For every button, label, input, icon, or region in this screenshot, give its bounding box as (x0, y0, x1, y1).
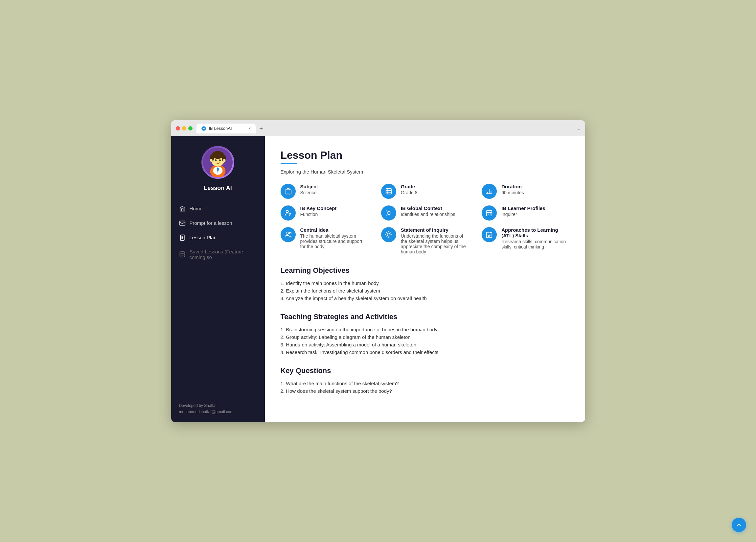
window-buttons (176, 126, 193, 130)
list-item: 2. Explain the functions of the skeletal… (281, 287, 569, 295)
key-questions-title: Key Questions (281, 367, 569, 375)
footer-email: muhammedshaffaf@gmail.com (179, 409, 257, 415)
home-icon (179, 205, 186, 212)
info-grid: Subject Science Gr (281, 184, 569, 254)
sidebar-item-home[interactable]: Home (171, 201, 265, 216)
key-concept-value: Function (300, 212, 337, 217)
learner-profiles-label: IB Learner Profiles (501, 205, 545, 211)
statement-inquiry-icon-circle (381, 227, 396, 242)
list-item: 2. How does the skeletal system support … (281, 387, 569, 395)
key-questions-list: 1. What are the main functions of the sk… (281, 380, 569, 395)
svg-point-28 (286, 210, 288, 212)
learner-profiles-value: Inquirer (501, 212, 545, 217)
sidebar-profile: Lesson AI (171, 136, 265, 198)
svg-point-13 (210, 159, 213, 162)
maximize-window-button[interactable] (188, 126, 193, 130)
sidebar-prompt-label: Prompt for a lesson (190, 220, 232, 226)
svg-line-32 (386, 210, 387, 211)
browser-window: IB LessonAI × + ⌄ (171, 120, 585, 422)
section-key-questions: Key Questions 1. What are the main funct… (281, 367, 569, 395)
svg-line-36 (386, 214, 387, 215)
svg-point-29 (387, 211, 390, 214)
sidebar-nav: Home Prompt for a lesson Lesso (171, 198, 265, 396)
active-tab[interactable]: IB LessonAI × (196, 124, 256, 133)
svg-line-37 (391, 210, 391, 211)
duration-label: Duration (501, 184, 524, 189)
people-icon (285, 209, 292, 216)
sidebar-lesson-plan-label: Lesson Plan (190, 235, 217, 240)
subject-icon-circle (281, 184, 296, 199)
sidebar-item-prompt[interactable]: Prompt for a lesson (171, 216, 265, 230)
svg-line-53 (386, 236, 387, 237)
info-card-statement-inquiry: Statement of Inquiry Understanding the f… (381, 227, 469, 254)
svg-point-46 (387, 233, 390, 236)
info-card-key-concept: IB Key Concept Function (281, 205, 368, 220)
minimize-window-button[interactable] (182, 126, 186, 130)
central-idea-value: The human skeletal system provides struc… (300, 233, 368, 249)
list-item: 1. What are the main functions of the sk… (281, 380, 569, 387)
sidebar-home-label: Home (190, 206, 203, 211)
browser-top-bar: IB LessonAI × + ⌄ (176, 124, 581, 136)
statement-inquiry-label: Statement of Inquiry (401, 227, 469, 233)
close-window-button[interactable] (176, 126, 180, 130)
learning-objectives-list: 1. Identify the main bones in the human … (281, 280, 569, 302)
browser-chevron-icon: ⌄ (577, 126, 581, 131)
list-item: 3. Hands-on activity: Assembling a model… (281, 341, 569, 349)
tab-close-button[interactable]: × (248, 126, 251, 131)
app-layout: Lesson AI Home Prompt fo (171, 136, 585, 422)
svg-line-49 (386, 232, 387, 232)
svg-rect-15 (179, 221, 185, 225)
tab-bar: IB LessonAI × + (196, 124, 266, 133)
bar-chart-icon (486, 188, 493, 195)
title-underline (281, 163, 297, 164)
sidebar-item-lesson-plan[interactable]: Lesson Plan (171, 230, 265, 245)
svg-point-45 (289, 232, 291, 234)
svg-line-50 (391, 236, 391, 237)
main-content: Lesson Plan Exploring the Human Skeletal… (265, 136, 585, 422)
svg-point-12 (220, 159, 220, 160)
global-context-icon-circle (381, 205, 396, 220)
global-context-label: IB Global Context (401, 205, 455, 211)
info-card-learner-profiles: IB Learner Profiles Inquirer (482, 205, 569, 220)
svg-rect-20 (386, 188, 392, 194)
subject-label: Subject (300, 184, 318, 189)
info-card-duration: Duration 60 minutes (482, 184, 569, 199)
sidebar-item-saved-lessons[interactable]: Saved Lessons (Feature coming so (171, 245, 265, 264)
svg-rect-43 (490, 213, 491, 214)
footer-developer: Developed by Shaffaf (179, 403, 257, 409)
svg-line-54 (391, 232, 391, 232)
list-item: 1. Identify the main bones in the human … (281, 280, 569, 287)
subject-value: Science (300, 190, 318, 195)
sidebar-footer: Developed by Shaffaf muhammedshaffaf@gma… (171, 396, 265, 422)
lesson-subtitle: Exploring the Human Skeletal System (281, 169, 569, 174)
list-item: 1. Brainstorming session on the importan… (281, 326, 569, 333)
learner-profiles-icon-circle (482, 205, 497, 220)
svg-point-9 (215, 159, 217, 161)
central-idea-icon-circle (281, 227, 296, 242)
tab-title: IB LessonAI (209, 126, 232, 131)
atl-skills-icon-circle (482, 227, 497, 242)
svg-rect-38 (487, 210, 492, 216)
svg-point-10 (219, 159, 221, 161)
teaching-strategies-title: Teaching Strategies and Activities (281, 313, 569, 321)
grade-value: Grade 8 (401, 190, 418, 195)
svg-point-14 (223, 159, 225, 162)
svg-point-44 (286, 232, 288, 234)
grade-icon-circle (381, 184, 396, 199)
duration-value: 60 minutes (501, 190, 524, 195)
key-concept-icon-circle (281, 205, 296, 220)
section-learning-objectives: Learning Objectives 1. Identify the main… (281, 266, 569, 302)
svg-line-33 (391, 214, 391, 215)
page-title: Lesson Plan (281, 149, 569, 161)
new-tab-button[interactable]: + (257, 124, 266, 133)
grade-label: Grade (401, 184, 418, 189)
svg-rect-42 (488, 213, 489, 214)
statement-inquiry-value: Understanding the functions of the skele… (401, 233, 469, 254)
info-card-grade: Grade Grade 8 (381, 184, 469, 199)
avatar-illustration (203, 147, 233, 177)
grade-icon (385, 188, 392, 195)
global-context-value: Identities and relationships (401, 212, 455, 217)
learning-objectives-title: Learning Objectives (281, 266, 569, 275)
list-item: 4. Research task: Investigating common b… (281, 349, 569, 356)
atl-skills-value: Research skills, communication skills, c… (501, 239, 569, 249)
